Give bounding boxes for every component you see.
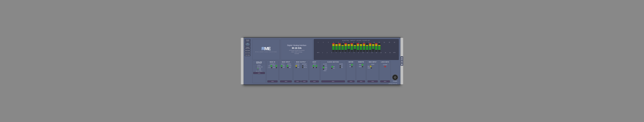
meter-col-16 (378, 43, 380, 52)
brand-panel: RME INTELLIGENT AUDIO SOLUTIONS (252, 39, 280, 60)
right-label: M-16 DA (400, 56, 403, 66)
adat-optical-btn[interactable]: adat OPTICAL 1/2 /2 (245, 42, 250, 46)
model-desc: Hi-Precision 192 kHz 16 Channel MADI / A… (289, 50, 304, 54)
madi-output-64ch-led (302, 65, 303, 66)
ao-option-2: +19 (258, 68, 261, 69)
meter-col-8 (354, 43, 356, 52)
meter-col-11 (363, 43, 365, 52)
madi-in-led-2 (276, 65, 277, 66)
madi-input-96k-row: 96K (287, 67, 291, 68)
clock-clock-col: CLOCK WCK MADI ADAT sel (321, 64, 329, 72)
ao-options: D-Sub +24 +19 +13 (253, 66, 265, 70)
madi-in-ch-label: CHANNELS (268, 64, 278, 65)
madi-output-56ch-led (302, 67, 303, 68)
clock-48-led (332, 66, 333, 67)
midi-input-col: STATE DIN MADI (368, 64, 378, 72)
madi-input-cols: INPUT BNC OPT STATE (280, 64, 292, 72)
madi-in-title: MADI IN (268, 62, 278, 63)
midi-input-select-btn[interactable]: select (368, 80, 378, 82)
bottom-section: ANALOG OUTPUT LEVEL D-Sub +24 +19 +13 (252, 60, 399, 83)
madi-input-bnc-led (281, 65, 282, 66)
ao-dot-3 (258, 69, 258, 70)
clock-madi-led (323, 67, 324, 68)
channel-numbers-top: 1 2 3 4 5 6 7 8 9 10 11 12 13 14 15 16 (315, 42, 397, 43)
lock-keys-col: LOCKED (380, 64, 390, 72)
locked-label: LOCKED (383, 64, 387, 65)
clock-state-label: STATE (340, 64, 343, 65)
madi-input-panel: MADI INPUT INPUT BNC OPT (279, 60, 293, 83)
ao-option-1: D-Sub +24 (256, 66, 262, 68)
madi-output-96k-led (296, 65, 297, 66)
adat-sync-led-1 (313, 65, 314, 66)
madi-input-opt-row: OPT (281, 67, 285, 68)
rme-logo: RME (262, 46, 270, 51)
clock-state-col: STATE QS DS (338, 64, 345, 72)
clock-wck-led (323, 65, 324, 66)
adat-select-btn[interactable]: select (310, 80, 319, 82)
meter-select-btn[interactable]: select (348, 80, 354, 82)
madi-in-select-btn[interactable]: select (268, 80, 278, 82)
remote-madi-led (362, 66, 363, 67)
remote-select-btn[interactable]: select (357, 80, 365, 82)
model-panel: Digital / Analog Interface M-16 DA Hi-Pr… (280, 39, 313, 60)
madi-output-select2-btn[interactable]: select (301, 80, 308, 82)
rack-ear-right: M-16 DA (400, 38, 403, 84)
lock-keys-led (384, 66, 386, 67)
midi-input-state-label: STATE (371, 64, 374, 65)
sync-check-btn[interactable]: Sync Check (245, 52, 250, 54)
madi-output-select1-btn[interactable]: select (294, 80, 300, 82)
ao-select-btn[interactable]: select (253, 72, 265, 74)
midi-madi-btn[interactable]: MIDI MADI (245, 50, 250, 52)
meter-col-3 (338, 43, 341, 52)
clock-qs-led (340, 65, 341, 66)
lock-keys-title: LOCK KEYS (380, 62, 390, 63)
level-display-title: DIGITAL INPUT LEVEL DISPLAY (315, 40, 397, 41)
power-area: ⏻ POWER (392, 60, 399, 83)
madi-output-panel: MADI OUTPUT FRAME 96K 48K (293, 60, 308, 83)
madi-in-led-3 (271, 67, 272, 68)
power-button[interactable]: ⏻ (392, 74, 398, 80)
clock-ds-led (340, 67, 341, 68)
lock-keys-select-btn[interactable]: select (380, 80, 390, 82)
madi-in-row-2: 17:32 49:64 (268, 67, 278, 68)
clock-44-led (331, 68, 332, 69)
madi-input-select-btn[interactable]: select (280, 80, 292, 82)
ao-dot-2 (258, 68, 258, 69)
madi-input-96k-led (287, 67, 288, 68)
watermark: catalog.onliner.by (388, 83, 397, 84)
remote-midi-led (362, 64, 363, 66)
madi-input-input-label: INPUT (281, 64, 285, 65)
madi-in-row-1: 1:16 33:48 (268, 65, 278, 66)
madi-input-title: MADI INPUT (280, 62, 292, 63)
meter-col: PH AR (348, 64, 354, 72)
meter-ph-led (351, 64, 352, 66)
meter-col-15 (375, 43, 378, 52)
clock-select-btn[interactable]: select (321, 80, 345, 82)
sync-align-btn[interactable]: Sync Align (245, 54, 250, 56)
adat-sync-label: SYNC (310, 64, 319, 65)
madi-input-state-label: STATE (288, 64, 291, 65)
meter-col-12 (366, 43, 368, 52)
ao-option-3: +13 (258, 69, 261, 70)
clock-cols: CLOCK WCK MADI ADAT sel (321, 64, 345, 72)
clock-panel: CLOCK SECTION CLOCK WCK MADI (320, 60, 346, 83)
adat-sync-led-3 (316, 65, 317, 66)
model-name: M-16 DA (292, 46, 302, 49)
madi-in-led-4 (276, 67, 277, 68)
remote-title: REMOTE (357, 62, 365, 63)
madi-output-title: MADI OUTPUT (294, 62, 307, 63)
meter-ar-led (351, 66, 352, 67)
meter-title: METER (348, 62, 354, 63)
meter-col-1 (332, 43, 335, 52)
steady-clock-btn[interactable]: Steady Clock (245, 39, 250, 42)
brand-sub: INTELLIGENT AUDIO SOLUTIONS (255, 52, 277, 52)
main-content: RME INTELLIGENT AUDIO SOLUTIONS Digital … (252, 39, 399, 83)
madi-output-frame-col: FRAME 96K 48K (294, 64, 300, 72)
madi-multi-btn[interactable]: MADI MULTI/56 (245, 46, 250, 49)
adat-sync-led-2 (313, 67, 314, 68)
adat-panel: ADAT SYNC 1 3 2 4 (309, 60, 320, 83)
analog-output-panel: ANALOG OUTPUT LEVEL D-Sub +24 +19 +13 (252, 60, 266, 83)
rack-ear-left (241, 38, 244, 84)
madi-output-format-col: FORMAT 64 CH 56 CH (301, 64, 308, 72)
meter-col-5 (344, 43, 347, 52)
